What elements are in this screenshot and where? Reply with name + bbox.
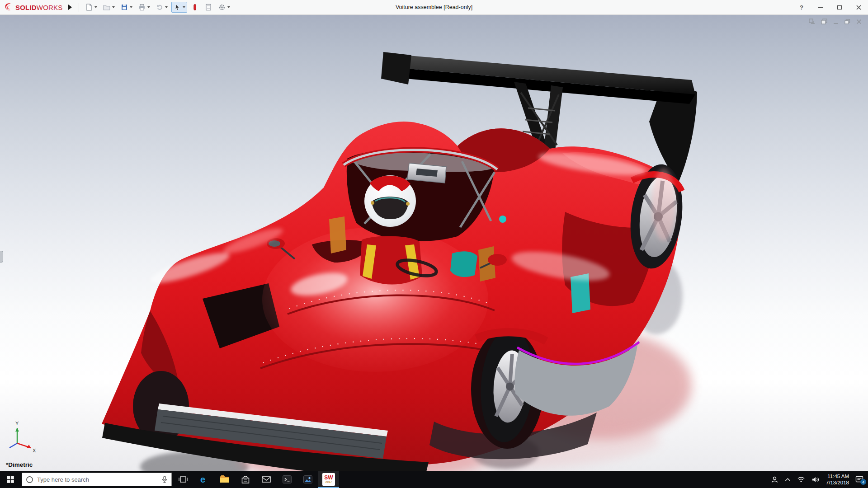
taskbar-search[interactable] [22, 473, 172, 486]
triad-y-label: Y [15, 421, 19, 426]
start-button[interactable] [0, 471, 21, 488]
minimize-button[interactable] [811, 0, 830, 14]
toolbar-separator [79, 3, 79, 12]
people-icon [771, 476, 778, 483]
brand-text: SOLIDWORKS [15, 4, 63, 11]
minimize-icon [818, 7, 823, 8]
doc-minimize-button[interactable] [833, 19, 839, 24]
taskbar-clock[interactable]: 11:45 AM 7/13/2018 [826, 473, 849, 486]
dropdown-caret [227, 6, 230, 8]
ds-logo-icon [4, 2, 14, 12]
options-button[interactable] [216, 2, 232, 13]
gear-icon [218, 3, 226, 11]
open-folder-icon [103, 3, 111, 11]
edge-app-button[interactable]: e [193, 471, 214, 488]
clock-date: 7/13/2018 [826, 479, 849, 486]
windows-taskbar: e [0, 471, 868, 488]
orientation-triad: X Y [9, 421, 36, 453]
maximize-icon [837, 5, 842, 9]
dropdown-caret [130, 6, 132, 8]
command-prompt-icon [282, 474, 292, 485]
save-button[interactable] [118, 2, 134, 13]
task-view-icon [179, 476, 188, 483]
solidworks-app-button[interactable]: SW 2017 [318, 471, 339, 488]
dropdown-caret [112, 6, 115, 8]
solidworks-logo: SOLIDWORKS [4, 2, 63, 12]
maximize-button[interactable] [830, 0, 849, 14]
system-tray: 11:45 AM 7/13/2018 4 [771, 471, 868, 488]
cortana-icon [26, 476, 33, 483]
edge-icon: e [198, 474, 209, 485]
report-book-icon [204, 3, 212, 11]
mail-app-button[interactable] [256, 471, 277, 488]
print-button[interactable] [136, 2, 152, 13]
action-center-button[interactable]: 4 [855, 476, 863, 483]
store-app-button[interactable] [235, 471, 256, 488]
undo-button[interactable] [154, 2, 170, 13]
file-explorer-icon [219, 474, 230, 485]
dropdown-caret [94, 6, 97, 8]
dropdown-caret [147, 6, 150, 8]
search-input[interactable] [37, 476, 158, 483]
photos-app-button[interactable] [297, 471, 318, 488]
command-prompt-app-button[interactable] [277, 471, 297, 488]
brand-text-bold: SOLID [15, 4, 37, 11]
help-button[interactable]: ? [792, 0, 811, 14]
doc-cascade-icon[interactable] [821, 19, 827, 24]
hidden-icons-button[interactable] [785, 478, 791, 482]
graphics-viewport[interactable]: X Y *Dimetric [0, 15, 868, 471]
dropdown-caret [183, 6, 185, 8]
undo-icon [156, 3, 164, 11]
doc-restore-button[interactable] [844, 19, 850, 24]
chevron-up-icon [785, 478, 791, 482]
doc-close-button[interactable] [856, 19, 862, 24]
new-document-button[interactable] [83, 2, 99, 13]
view-orientation-label: *Dimetric [6, 461, 33, 468]
new-document-icon [85, 3, 93, 11]
appearance-button[interactable] [189, 2, 201, 13]
svg-text:e: e [200, 474, 205, 484]
save-floppy-icon [120, 3, 128, 11]
speaker-icon [811, 476, 820, 483]
mail-icon [261, 474, 272, 485]
file-explorer-app-button[interactable] [214, 471, 235, 488]
titlebar: SOLIDWORKS [0, 0, 868, 15]
expand-menu-button[interactable] [68, 5, 72, 10]
triad-x-label: X [33, 448, 36, 453]
photos-icon [302, 474, 313, 485]
close-icon [856, 5, 861, 10]
open-button[interactable] [101, 2, 117, 13]
windows-logo-icon [7, 476, 14, 483]
print-icon [138, 3, 146, 11]
microphone-icon[interactable] [161, 476, 168, 483]
report-button[interactable] [203, 2, 214, 13]
people-button[interactable] [771, 476, 778, 483]
volume-button[interactable] [811, 476, 820, 483]
window-controls: ? [792, 0, 868, 14]
dropdown-caret [165, 6, 168, 8]
3d-scene[interactable]: X Y [0, 15, 868, 471]
network-button[interactable] [797, 476, 805, 483]
solidworks-window: SOLIDWORKS [0, 0, 868, 488]
appearance-icon [191, 3, 199, 11]
select-button[interactable] [171, 2, 187, 13]
close-button[interactable] [849, 0, 868, 14]
task-view-button[interactable] [173, 471, 193, 488]
solidworks-app-icon: SW 2017 [322, 473, 335, 486]
pane-splitter-handle[interactable] [0, 251, 3, 263]
wifi-icon [797, 476, 805, 483]
document-window-controls [809, 19, 862, 24]
notification-badge: 4 [860, 479, 866, 485]
doc-tile-icon[interactable] [809, 19, 815, 24]
brand-text-light: WORKS [37, 4, 63, 11]
clock-time: 11:45 AM [827, 473, 849, 479]
select-cursor-icon [173, 3, 181, 11]
store-bag-icon [240, 474, 251, 485]
titlebar-left: SOLIDWORKS [0, 0, 232, 14]
